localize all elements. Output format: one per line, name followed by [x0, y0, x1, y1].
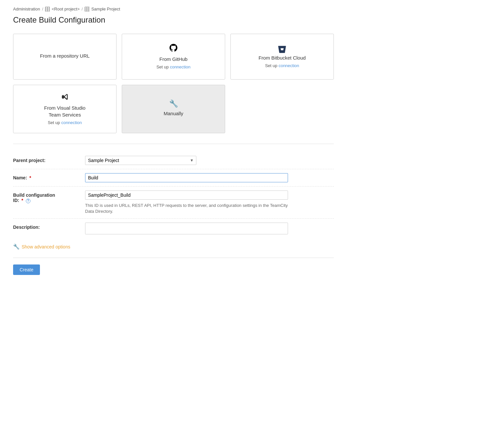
card-bitbucket-setup-text: Set up connection: [265, 63, 299, 68]
help-icon[interactable]: ?: [26, 199, 30, 203]
name-required-star: *: [29, 175, 31, 180]
vs-connection-link[interactable]: connection: [61, 120, 82, 125]
github-icon: [170, 44, 177, 54]
card-github-setup-text: Set up connection: [156, 64, 190, 69]
sample-project-grid-icon: [85, 7, 89, 11]
description-input[interactable]: [85, 223, 288, 234]
card-from-vs-title: From Visual StudioTeam Services: [44, 104, 85, 118]
build-id-label: Build configuration ID: * ?: [13, 191, 85, 203]
wrench-icon: 🔧: [169, 100, 178, 108]
card-from-github-title: From GitHub: [159, 56, 188, 63]
create-button[interactable]: Create: [13, 264, 40, 275]
card-from-github[interactable]: From GitHub Set up connection: [122, 34, 225, 80]
parent-project-label: Parent project:: [13, 156, 85, 163]
build-config-form: Parent project: Sample Project ▼ Name: *…: [13, 152, 334, 238]
card-from-url[interactable]: From a repository URL: [13, 34, 117, 80]
page-title: Create Build Configuration: [13, 15, 491, 25]
bottom-divider: [13, 258, 334, 258]
card-manually-title: Manually: [164, 110, 183, 117]
build-id-hint: This ID is used in URLs, REST API, HTTP …: [85, 203, 288, 214]
description-label: Description:: [13, 223, 85, 230]
parent-project-control: Sample Project ▼: [85, 156, 334, 165]
build-id-control: This ID is used in URLs, REST API, HTTP …: [85, 191, 334, 214]
bitbucket-connection-link[interactable]: connection: [279, 63, 299, 68]
card-from-bitbucket[interactable]: From Bitbucket Cloud Set up connection: [230, 34, 334, 80]
name-control: [85, 173, 334, 182]
parent-project-select-wrap: Sample Project ▼: [85, 156, 196, 165]
description-control: [85, 223, 334, 234]
breadcrumb-project[interactable]: Sample Project: [91, 7, 120, 11]
card-from-url-title: From a repository URL: [40, 52, 90, 59]
breadcrumb-admin[interactable]: Administration: [13, 7, 40, 11]
name-label: Name: *: [13, 173, 85, 180]
build-id-required-star: *: [22, 198, 23, 203]
card-vs-setup-text: Set up connection: [48, 120, 82, 125]
vs-icon: [61, 93, 69, 102]
form-row-description: Description:: [13, 219, 334, 238]
breadcrumb-root[interactable]: <Root project>: [52, 7, 80, 11]
bitbucket-icon: [278, 45, 286, 54]
show-advanced-link[interactable]: 🔧 Show advanced options: [13, 244, 491, 250]
github-connection-link[interactable]: connection: [170, 64, 190, 69]
form-row-build-id: Build configuration ID: * ? This ID is u…: [13, 187, 334, 219]
show-advanced-wrench-icon: 🔧: [13, 244, 20, 250]
form-row-name: Name: *: [13, 169, 334, 187]
card-manually[interactable]: 🔧 Manually: [122, 85, 225, 133]
root-project-grid-icon: [45, 7, 50, 11]
breadcrumb-sep1: /: [42, 7, 43, 11]
name-input[interactable]: [85, 173, 288, 182]
card-from-bitbucket-title: From Bitbucket Cloud: [259, 54, 306, 61]
source-cards-row2: From Visual StudioTeam Services Set up c…: [13, 85, 334, 133]
breadcrumb-sep2: /: [81, 7, 83, 11]
show-advanced-label: Show advanced options: [22, 244, 70, 249]
card-from-vs[interactable]: From Visual StudioTeam Services Set up c…: [13, 85, 117, 133]
breadcrumb: Administration / <Root project> / Sample…: [13, 7, 491, 11]
form-divider: [13, 144, 334, 144]
build-id-input[interactable]: [85, 191, 288, 200]
source-cards-row1: From a repository URL From GitHub Set up…: [13, 34, 334, 80]
parent-project-select[interactable]: Sample Project: [85, 156, 196, 165]
form-row-parent-project: Parent project: Sample Project ▼: [13, 152, 334, 169]
